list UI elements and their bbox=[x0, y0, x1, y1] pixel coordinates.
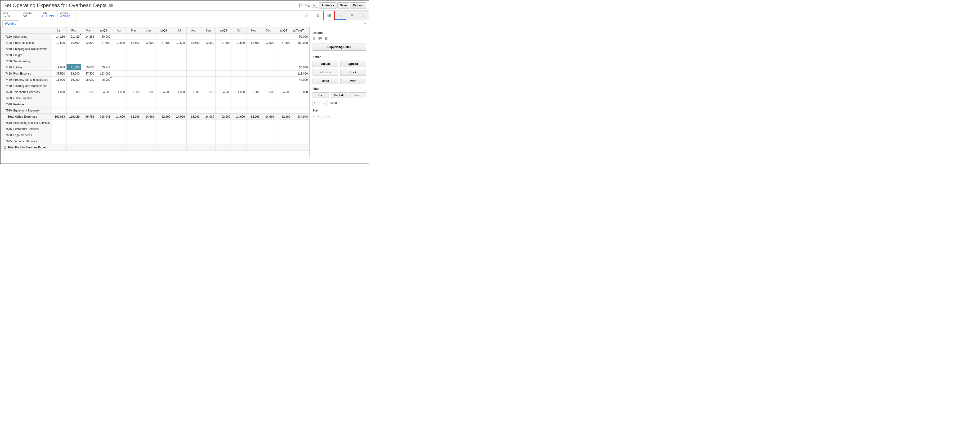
data-cell[interactable] bbox=[261, 33, 275, 40]
data-cell[interactable] bbox=[81, 107, 95, 114]
data-cell[interactable]: 1,500 bbox=[141, 89, 156, 95]
data-cell[interactable]: 434,048 bbox=[292, 114, 309, 120]
data-cell[interactable] bbox=[247, 107, 261, 114]
data-cell[interactable] bbox=[292, 101, 309, 107]
data-cell[interactable] bbox=[275, 33, 292, 40]
col-aug[interactable]: Aug bbox=[186, 27, 201, 33]
row-label[interactable]: 7110: Advertising bbox=[1, 33, 52, 40]
data-cell[interactable] bbox=[172, 33, 186, 40]
data-cell[interactable]: 14,000 bbox=[172, 114, 186, 120]
data-cell[interactable] bbox=[141, 101, 156, 107]
more-options-icon[interactable]: ••• bbox=[312, 3, 318, 8]
data-cell[interactable] bbox=[186, 83, 201, 89]
data-cell[interactable] bbox=[232, 107, 247, 114]
data-cell[interactable] bbox=[126, 70, 141, 77]
data-cell[interactable]: 14,286 bbox=[52, 33, 67, 40]
row-label[interactable]: 7220: Freight bbox=[1, 52, 52, 58]
data-cell[interactable] bbox=[186, 95, 201, 101]
data-cell[interactable] bbox=[126, 52, 141, 58]
data-cell[interactable] bbox=[201, 83, 216, 89]
col-jun[interactable]: Jun bbox=[141, 27, 156, 33]
data-cell[interactable] bbox=[52, 107, 67, 114]
row-label[interactable]: 7610: Accounting and Tax Services bbox=[1, 120, 52, 126]
data-cell[interactable]: 1,500 bbox=[261, 89, 275, 95]
data-cell[interactable] bbox=[216, 70, 232, 77]
data-cell[interactable] bbox=[292, 52, 309, 58]
data-cell[interactable]: 100,833 bbox=[52, 114, 67, 120]
data-cell[interactable] bbox=[186, 64, 201, 70]
data-cell[interactable] bbox=[81, 83, 95, 89]
data-cell[interactable] bbox=[126, 64, 141, 70]
data-cell[interactable] bbox=[52, 95, 67, 101]
data-cell[interactable] bbox=[247, 46, 261, 52]
data-cell[interactable] bbox=[81, 138, 95, 145]
data-cell[interactable] bbox=[186, 52, 201, 58]
data-cell[interactable] bbox=[141, 132, 156, 138]
data-cell[interactable] bbox=[275, 145, 292, 151]
data-cell[interactable] bbox=[232, 120, 247, 126]
data-cell[interactable] bbox=[247, 33, 261, 40]
data-cell[interactable] bbox=[216, 145, 232, 151]
data-cell[interactable] bbox=[112, 107, 126, 114]
pencil-icon[interactable] bbox=[301, 11, 312, 20]
data-cell[interactable]: 12,500 bbox=[172, 40, 186, 46]
data-cell[interactable]: 14,000 bbox=[232, 114, 247, 120]
data-cell[interactable]: 1,500 bbox=[81, 89, 95, 95]
data-cell[interactable]: 38,000 bbox=[67, 70, 81, 77]
data-cell[interactable] bbox=[186, 107, 201, 114]
data-cell[interactable]: 150,000 bbox=[292, 40, 309, 46]
data-cell[interactable] bbox=[67, 52, 81, 58]
data-cell[interactable] bbox=[156, 95, 172, 101]
gear-icon[interactable] bbox=[312, 11, 323, 20]
data-cell[interactable] bbox=[172, 52, 186, 58]
data-cell[interactable] bbox=[141, 145, 156, 151]
data-cell[interactable] bbox=[172, 70, 186, 77]
data-cell[interactable] bbox=[126, 33, 141, 40]
data-cell[interactable] bbox=[275, 101, 292, 107]
data-cell[interactable] bbox=[95, 95, 112, 101]
data-cell[interactable] bbox=[261, 107, 275, 114]
data-cell[interactable] bbox=[141, 58, 156, 64]
data-cell[interactable] bbox=[81, 101, 95, 107]
col-oct[interactable]: Oct bbox=[232, 27, 247, 33]
data-cell[interactable]: 12,500 bbox=[186, 40, 201, 46]
data-cell[interactable] bbox=[156, 52, 172, 58]
data-cell[interactable] bbox=[186, 46, 201, 52]
data-cell[interactable] bbox=[141, 120, 156, 126]
data-cell[interactable] bbox=[52, 46, 67, 52]
data-cell[interactable] bbox=[216, 58, 232, 64]
data-cell[interactable] bbox=[186, 132, 201, 138]
grid-view-icon[interactable] bbox=[346, 11, 358, 20]
data-cell[interactable] bbox=[247, 120, 261, 126]
data-cell[interactable]: 308,048 bbox=[95, 114, 112, 120]
data-cell[interactable]: 4,500 bbox=[156, 89, 172, 95]
row-label[interactable]: 7620: Legal Services bbox=[1, 132, 52, 138]
data-cell[interactable] bbox=[156, 145, 172, 151]
data-cell[interactable] bbox=[261, 95, 275, 101]
data-cell[interactable]: 37,500 bbox=[156, 40, 172, 46]
data-cell[interactable] bbox=[141, 77, 156, 83]
data-cell[interactable] bbox=[156, 46, 172, 52]
data-cell[interactable] bbox=[156, 70, 172, 77]
data-cell[interactable] bbox=[52, 83, 67, 89]
data-cell[interactable] bbox=[292, 58, 309, 64]
data-cell[interactable]: 4,500 bbox=[95, 89, 112, 95]
data-cell[interactable] bbox=[186, 145, 201, 151]
data-grid[interactable]: Jan Feb Mar −Q1 Apr May Jun −Q2 Jul Aug … bbox=[0, 27, 310, 158]
data-cell[interactable] bbox=[216, 132, 232, 138]
data-cell[interactable]: 16,000 bbox=[67, 77, 81, 83]
data-cell[interactable] bbox=[67, 58, 81, 64]
data-cell[interactable] bbox=[126, 138, 141, 145]
data-cell[interactable] bbox=[172, 101, 186, 107]
data-cell[interactable] bbox=[141, 126, 156, 132]
data-cell[interactable] bbox=[247, 132, 261, 138]
data-cell[interactable] bbox=[247, 70, 261, 77]
data-cell[interactable] bbox=[247, 95, 261, 101]
data-cell[interactable] bbox=[201, 132, 216, 138]
data-cell[interactable] bbox=[275, 107, 292, 114]
edit-icon[interactable] bbox=[298, 3, 304, 8]
data-cell[interactable] bbox=[156, 83, 172, 89]
data-cell[interactable] bbox=[216, 138, 232, 145]
data-cell[interactable] bbox=[186, 77, 201, 83]
data-cell[interactable]: 14,000 bbox=[112, 114, 126, 120]
